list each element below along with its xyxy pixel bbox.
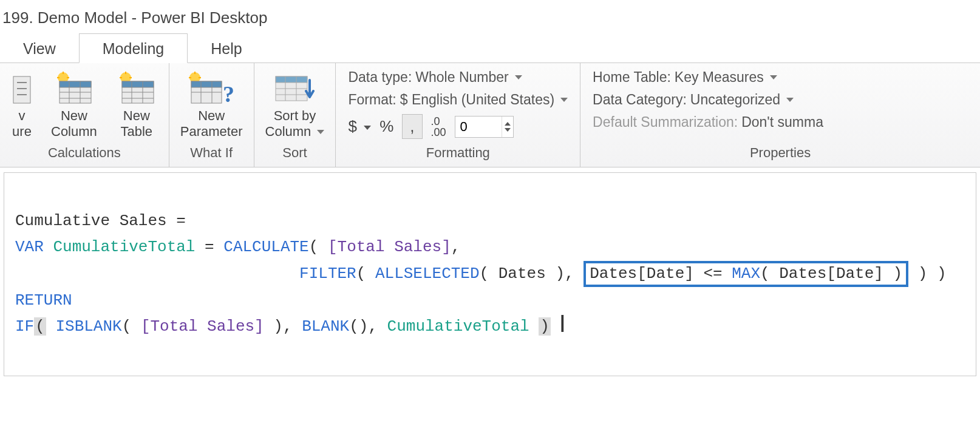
new-table-label2: Table (121, 124, 153, 139)
new-measure-label1: v (19, 108, 26, 123)
dax-box-a: Dates[Date] <= (590, 265, 732, 283)
data-type-label: Data type: (348, 69, 412, 86)
decimal-top: .0 (431, 116, 440, 127)
default-summarization-dropdown: Default Summarization: Don't summa (593, 114, 968, 130)
chevron-down-icon (317, 130, 324, 134)
chevron-down-icon (770, 75, 777, 79)
ribbon: v ure New Column (0, 63, 980, 167)
new-column-icon (55, 72, 94, 106)
sp (46, 317, 56, 336)
dax-l5p3: (), (349, 317, 387, 336)
ribbon-tabs: View Modeling Help (0, 33, 980, 63)
measure-icon (11, 72, 33, 106)
decimal-places-button[interactable]: .0 .00 (431, 116, 446, 138)
dax-max: MAX (732, 265, 760, 283)
dax-eq: = (195, 238, 223, 256)
format-dropdown[interactable]: Format: $ English (United States) (348, 92, 568, 108)
new-column-label2: Column (51, 124, 97, 139)
dax-var-name: CumulativeTotal (53, 238, 195, 256)
text-cursor-icon: I (559, 314, 566, 333)
new-parameter-label1: New (198, 108, 225, 123)
svg-rect-32 (191, 81, 222, 87)
dax-p2: ( Dates ), (480, 265, 584, 283)
thousands-separator-button[interactable]: , (402, 114, 422, 139)
new-measure-label2: ure (12, 124, 32, 139)
data-type-value: Whole Number (415, 69, 508, 86)
dax-comma1: , (451, 238, 461, 256)
dax-l5p2: ), (264, 317, 302, 336)
dax-measure1: [Total Sales] (328, 238, 451, 256)
dax-open1: ( (309, 238, 328, 256)
spin-down-icon[interactable] (505, 128, 511, 132)
dax-box-b: ( Dates[Date] ) (760, 265, 902, 283)
sort-by-column-button[interactable]: Sort by Column (263, 72, 327, 139)
new-parameter-label2: Parameter (180, 124, 243, 139)
spin-up-icon[interactable] (505, 122, 511, 126)
new-column-button[interactable]: New Column (49, 72, 100, 139)
group-properties: Home Table: Key Measures Data Category: … (580, 63, 980, 167)
dax-filter: FILTER (299, 265, 356, 283)
currency-button[interactable]: $ (348, 117, 371, 136)
format-value: $ English (United States) (400, 92, 554, 108)
home-table-label: Home Table: (593, 69, 671, 86)
svg-rect-0 (13, 76, 30, 103)
new-column-label1: New (61, 108, 87, 123)
new-parameter-icon: ? (186, 72, 236, 106)
group-properties-label: Properties (593, 139, 968, 164)
default-sum-value: Don't summa (741, 114, 823, 130)
dax-blank: BLANK (302, 317, 349, 336)
home-table-value: Key Measures (675, 69, 764, 86)
new-table-label1: New (123, 108, 150, 123)
group-sort: Sort by Column Sort (254, 63, 336, 167)
new-measure-button[interactable]: v ure (9, 72, 35, 139)
data-type-dropdown[interactable]: Data type: Whole Number (348, 69, 568, 86)
tab-modeling[interactable]: Modeling (79, 33, 188, 63)
decimal-places-spinner[interactable] (455, 116, 514, 138)
percent-button[interactable]: % (379, 117, 393, 136)
highlighted-expression-box: Dates[Date] <= MAX( Dates[Date] ) (584, 261, 908, 287)
new-parameter-button[interactable]: ? New Parameter (178, 72, 245, 139)
new-table-icon (117, 72, 156, 106)
sort-icon (273, 72, 317, 106)
dax-line1: Cumulative Sales = (15, 212, 195, 230)
group-formatting-label: Formatting (348, 139, 568, 164)
decimal-bottom: .00 (431, 127, 446, 138)
dax-pad (15, 265, 299, 283)
group-formatting: Data type: Whole Number Format: $ Englis… (336, 63, 580, 167)
svg-text:?: ? (223, 81, 234, 106)
dax-calculate: CALCULATE (223, 238, 308, 256)
dax-if: IF (15, 317, 34, 336)
chevron-down-icon (515, 75, 522, 79)
dax-tail: ) ) (908, 265, 946, 283)
formula-bar[interactable]: Cumulative Sales = VAR CumulativeTotal =… (4, 172, 976, 376)
default-sum-label: Default Summarization: (593, 114, 738, 130)
decimal-places-input[interactable] (455, 117, 502, 137)
sort-label2: Column (265, 124, 325, 139)
new-table-button[interactable]: New Table (113, 72, 160, 139)
tab-view[interactable]: View (0, 34, 79, 63)
group-whatif: ? New Parameter What If (169, 63, 254, 167)
home-table-dropdown[interactable]: Home Table: Key Measures (593, 69, 968, 86)
dax-l5p1: ( (122, 317, 141, 336)
svg-rect-21 (122, 81, 154, 87)
group-calculations: v ure New Column (0, 63, 169, 167)
data-category-dropdown[interactable]: Data Category: Uncategorized (593, 92, 968, 108)
dax-var-kw: VAR (15, 238, 44, 256)
dax-allselected: ALLSELECTED (375, 265, 480, 283)
data-category-label: Data Category: (593, 92, 687, 108)
dax-var-ref: CumulativeTotal (387, 317, 529, 336)
group-calculations-label: Calculations (48, 139, 121, 164)
data-category-value: Uncategorized (690, 92, 780, 108)
format-label: Format: (348, 92, 396, 108)
dax-p1: ( (356, 265, 375, 283)
dax-return: RETURN (15, 291, 72, 309)
dax-isblank: ISBLANK (55, 317, 121, 336)
dax-measure2: [Total Sales] (141, 317, 264, 336)
group-whatif-label: What If (190, 139, 233, 164)
tab-help[interactable]: Help (188, 34, 265, 63)
bracket-open-hl: ( (34, 317, 46, 336)
window-title: 199. Demo Model - Power BI Desktop (0, 0, 980, 33)
sort-label1: Sort by (274, 108, 316, 123)
currency-label: $ (348, 117, 356, 135)
chevron-down-icon (786, 98, 794, 102)
